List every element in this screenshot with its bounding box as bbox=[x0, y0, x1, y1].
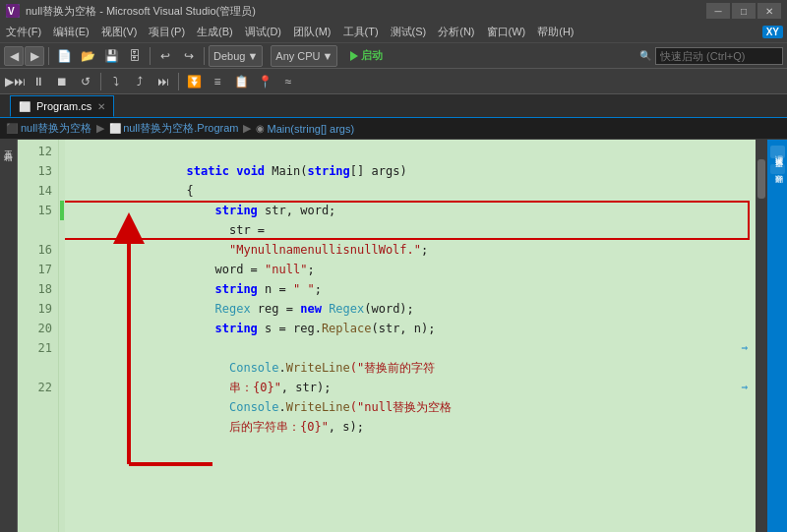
save-all-button[interactable]: 🗄 bbox=[124, 45, 146, 67]
line-22-icon: ⇒ bbox=[741, 378, 748, 397]
right-panel-debugger[interactable]: 调试探查器 bbox=[770, 146, 785, 158]
menu-bar: 文件(F) 编辑(E) 视图(V) 项目(P) 生成(B) 调试(D) 团队(M… bbox=[0, 22, 787, 43]
breadcrumb-sep-1: ▶ bbox=[94, 122, 106, 135]
menu-window[interactable]: 窗口(W) bbox=[481, 22, 532, 42]
new-project-button[interactable]: 📄 bbox=[53, 45, 75, 67]
right-panel-translate[interactable]: 翻译 bbox=[770, 164, 785, 174]
menu-build[interactable]: 生成(B) bbox=[191, 22, 239, 42]
user-profile[interactable]: XY bbox=[758, 26, 787, 38]
separator-2 bbox=[150, 47, 151, 65]
tab-programcs[interactable]: ⬜ Program.cs ✕ bbox=[10, 95, 114, 117]
editor-main: 工具箱 12 13 14 15 16 17 18 19 20 21 22 sta… bbox=[0, 140, 787, 532]
nav-back-button[interactable]: ◀ bbox=[4, 46, 24, 66]
code-line-15b: "MynullnamenullisnullWolf."; bbox=[65, 220, 756, 240]
wave-button[interactable]: ≈ bbox=[277, 71, 299, 92]
svg-text:V: V bbox=[8, 6, 15, 17]
breadcrumb-bar: ⬛ null替换为空格 ▶ ⬜ null替换为空格.Program ▶ ◉ Ma… bbox=[0, 118, 787, 140]
line-num-19: 19 bbox=[18, 299, 58, 319]
toolbar-debug: ▶⏭ ⏸ ⏹ ↺ ⤵ ⤴ ⏭ ⏬ ≡ 📋 📍 ≈ bbox=[0, 69, 787, 94]
stop-button[interactable]: ⏹ bbox=[51, 71, 73, 92]
pin-button[interactable]: 📍 bbox=[254, 71, 275, 92]
continue-button[interactable]: ▶⏭ bbox=[4, 71, 26, 92]
close-button[interactable]: ✕ bbox=[757, 3, 781, 19]
tab-strip: ⬜ Program.cs ✕ bbox=[0, 94, 787, 118]
search-icon: 🔍 bbox=[639, 50, 651, 61]
breadcrumb-item-1[interactable]: null替换为空格 bbox=[18, 121, 94, 136]
break-all-button[interactable]: ⏸ bbox=[28, 71, 49, 92]
line-num-22: 22 bbox=[18, 378, 58, 417]
code-content[interactable]: static void Main(string[] args) { string… bbox=[65, 140, 756, 532]
line-num-20: 20 bbox=[18, 319, 58, 338]
code-line-17: string n = " "; bbox=[65, 260, 756, 279]
start-button[interactable]: 启动 bbox=[345, 45, 388, 67]
step-out-button[interactable]: ⏭ bbox=[152, 71, 174, 92]
minimize-button[interactable]: ─ bbox=[706, 3, 730, 19]
code-line-16: word = "null"; bbox=[65, 240, 756, 260]
breadcrumb-item-3[interactable]: ◉ Main(string[] args) bbox=[253, 123, 357, 135]
quick-launch-input[interactable] bbox=[655, 47, 783, 65]
undo-button[interactable]: ↩ bbox=[154, 45, 176, 67]
toolbox-label: 工具箱 bbox=[2, 144, 15, 147]
code-line-21a: Console.WriteLine("替换前的字符 ⇒ bbox=[65, 338, 756, 358]
menu-file[interactable]: 文件(F) bbox=[0, 22, 47, 42]
menu-project[interactable]: 项目(P) bbox=[143, 22, 191, 42]
breadcrumb-item-2[interactable]: ⬜ null替换为空格.Program bbox=[106, 121, 241, 136]
change-indicator-line15 bbox=[60, 201, 64, 220]
restart-button[interactable]: ↺ bbox=[75, 71, 96, 92]
code-line-13: { bbox=[65, 161, 756, 181]
code-line-20 bbox=[65, 319, 756, 338]
maximize-button[interactable]: □ bbox=[732, 3, 756, 19]
open-button[interactable]: 📂 bbox=[77, 45, 98, 67]
redo-button[interactable]: ↪ bbox=[178, 45, 200, 67]
start-label: 启动 bbox=[361, 48, 383, 63]
tab-label: Program.cs bbox=[36, 100, 91, 112]
line-num-15: 15 bbox=[18, 201, 58, 240]
line-num-18: 18 bbox=[18, 279, 58, 299]
code-editor[interactable]: 12 13 14 15 16 17 18 19 20 21 22 static … bbox=[18, 140, 767, 532]
code-line-21-container: Console.WriteLine("替换前的字符 ⇒ 串：{0}", str)… bbox=[65, 338, 756, 378]
menu-view[interactable]: 视图(V) bbox=[95, 22, 144, 42]
separator-5 bbox=[178, 73, 179, 90]
code-line-19: string s = reg.Replace(str, n); bbox=[65, 299, 756, 319]
separator-1 bbox=[48, 47, 49, 65]
debug-config-dropdown[interactable]: Debug ▼ bbox=[209, 45, 263, 67]
menu-tools[interactable]: 工具(T) bbox=[337, 22, 385, 42]
separator-3 bbox=[204, 47, 205, 65]
line-num-16: 16 bbox=[18, 240, 58, 260]
window-title: null替换为空格 - Microsoft Visual Studio(管理员) bbox=[26, 4, 700, 19]
vs-icon: V bbox=[6, 4, 20, 18]
menu-debug[interactable]: 调试(D) bbox=[239, 22, 287, 42]
left-toolbox-panel[interactable]: 工具箱 bbox=[0, 140, 18, 532]
code-line-22-container: Console.WriteLine("null替换为空格 ⇒ 后的字符串：{0}… bbox=[65, 378, 756, 417]
step-over-button[interactable]: ⤴ bbox=[129, 71, 151, 92]
scrollbar-thumb[interactable] bbox=[757, 159, 765, 199]
line-num-17: 17 bbox=[18, 260, 58, 279]
menu-team[interactable]: 团队(M) bbox=[287, 22, 337, 42]
menu-test[interactable]: 测试(S) bbox=[385, 22, 433, 42]
step-into-button[interactable]: ⤵ bbox=[105, 71, 127, 92]
code-line-15-container: str = "MynullnamenullisnullWolf."; bbox=[65, 201, 756, 240]
menu-help[interactable]: 帮助(H) bbox=[531, 22, 579, 42]
code-line-15a: str = bbox=[65, 201, 756, 220]
vertical-scrollbar[interactable] bbox=[756, 140, 767, 532]
breadcrumb-icon-3: ◉ bbox=[256, 123, 265, 134]
tab-close-button[interactable]: ✕ bbox=[97, 101, 105, 112]
breadcrumb-sep-2: ▶ bbox=[241, 122, 253, 135]
save-button[interactable]: 💾 bbox=[100, 45, 122, 67]
quick-launch-area: 🔍 bbox=[639, 47, 783, 65]
line-num-14: 14 bbox=[18, 181, 58, 201]
nav-buttons: ◀ ▶ bbox=[4, 46, 44, 66]
breadcrumb-icon-2: ⬜ bbox=[109, 123, 121, 134]
code-line-21b: 串：{0}", str); bbox=[65, 358, 756, 378]
menu-analyze[interactable]: 分析(N) bbox=[432, 22, 480, 42]
hex-display-button[interactable]: ⏬ bbox=[183, 71, 205, 92]
nav-forward-button[interactable]: ▶ bbox=[25, 46, 44, 66]
file-icon: ⬜ bbox=[19, 101, 30, 112]
line-num-21: 21 bbox=[18, 338, 58, 378]
line-21-icon: ⇒ bbox=[741, 338, 748, 358]
cpu-config-dropdown[interactable]: Any CPU ▼ bbox=[271, 45, 337, 67]
clipboard-button[interactable]: 📋 bbox=[230, 71, 252, 92]
menu-edit[interactable]: 编辑(E) bbox=[47, 22, 95, 42]
show-threads-button[interactable]: ≡ bbox=[207, 71, 228, 92]
debug-dropdown-arrow: ▼ bbox=[247, 50, 258, 62]
